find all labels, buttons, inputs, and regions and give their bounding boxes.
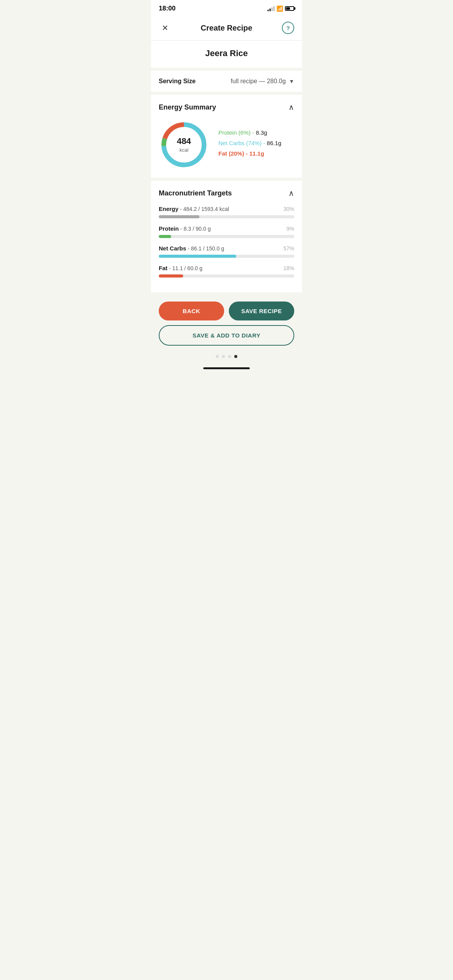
- protein-target-item: Protein - 8.3 / 90.0 g 9%: [159, 225, 294, 238]
- protein-legend-item: Protein (6%) - 8.3g: [218, 129, 294, 136]
- protein-target-label: Protein - 8.3 / 90.0 g: [159, 225, 211, 232]
- protein-target-header: Protein - 8.3 / 90.0 g 9%: [159, 225, 294, 232]
- energy-summary-header: Energy Summary ∧: [159, 103, 294, 112]
- page-dot-3: [228, 355, 231, 358]
- serving-size-section: Serving Size full recipe — 280.0g ▼: [151, 71, 302, 92]
- fat-target-label: Fat - 11.1 / 60.0 g: [159, 265, 202, 271]
- home-indicator: [159, 364, 294, 375]
- protein-progress-bg: [159, 235, 294, 238]
- status-bar: 18:00 📶: [151, 0, 302, 15]
- page-dot-2: [222, 355, 225, 358]
- carbs-progress-fill: [159, 255, 236, 258]
- protein-value: 8.3g: [256, 129, 267, 136]
- fat-target-header: Fat - 11.1 / 60.0 g 18%: [159, 265, 294, 271]
- protein-progress-fill: [159, 235, 171, 238]
- page-dots: [159, 352, 294, 364]
- fat-progress-bg: [159, 274, 294, 278]
- energy-target-label: Energy - 484.2 / 1593.4 kcal: [159, 206, 229, 212]
- fat-target-percent: 18%: [283, 265, 294, 271]
- page-dot-1: [216, 355, 219, 358]
- carbs-label: Net Carbs (74%) -: [218, 140, 267, 146]
- chevron-down-icon: ▼: [289, 78, 294, 84]
- bottom-section: BACK SAVE RECIPE SAVE & ADD TO DIARY: [151, 295, 302, 375]
- energy-summary-title: Energy Summary: [159, 103, 216, 111]
- home-bar: [203, 367, 250, 369]
- serving-size-label: Serving Size: [159, 78, 196, 85]
- carbs-target-item: Net Carbs - 86.1 / 150.0 g 57%: [159, 245, 294, 258]
- protein-target-percent: 9%: [287, 226, 294, 232]
- help-button[interactable]: ?: [282, 22, 294, 34]
- donut-unit: kcal: [179, 147, 188, 153]
- save-recipe-button[interactable]: SAVE RECIPE: [229, 302, 294, 320]
- fat-legend-item: Fat (20%) - 11.1g: [218, 150, 294, 157]
- serving-size-value: full recipe — 280.0g: [231, 78, 286, 85]
- page-title: Create Recipe: [201, 24, 252, 33]
- page-dot-4-active: [234, 355, 237, 358]
- energy-target-percent: 30%: [283, 206, 294, 212]
- donut-kcal-value: 484: [177, 136, 191, 146]
- status-icons: 📶: [268, 5, 294, 12]
- energy-summary-section: Energy Summary ∧ 484 kcal Protein: [151, 95, 302, 178]
- targets-header: Macronutrient Targets ∧: [159, 188, 294, 198]
- energy-target-item: Energy - 484.2 / 1593.4 kcal 30%: [159, 206, 294, 218]
- fat-progress-fill: [159, 274, 183, 278]
- serving-size-selector[interactable]: full recipe — 280.0g ▼: [231, 78, 294, 85]
- recipe-name: Jeera Rice: [159, 48, 294, 58]
- energy-target-header: Energy - 484.2 / 1593.4 kcal 30%: [159, 206, 294, 212]
- energy-progress-bg: [159, 215, 294, 218]
- targets-collapse-icon[interactable]: ∧: [288, 188, 294, 198]
- macronutrient-targets-section: Macronutrient Targets ∧ Energy - 484.2 /…: [151, 181, 302, 292]
- carbs-value: 86.1g: [267, 140, 281, 146]
- donut-center: 484 kcal: [177, 136, 191, 153]
- status-time: 18:00: [159, 5, 175, 12]
- macro-legend: Protein (6%) - 8.3g Net Carbs (74%) - 86…: [218, 129, 294, 161]
- carbs-target-header: Net Carbs - 86.1 / 150.0 g 57%: [159, 245, 294, 252]
- collapse-icon[interactable]: ∧: [288, 103, 294, 112]
- energy-content: 484 kcal Protein (6%) - 8.3g Net Carbs (…: [159, 120, 294, 170]
- protein-label: Protein (6%) -: [218, 129, 256, 136]
- targets-title: Macronutrient Targets: [159, 189, 232, 197]
- fat-label: Fat (20%) - 11.1g: [218, 150, 264, 157]
- carbs-target-percent: 57%: [283, 245, 294, 252]
- donut-chart: 484 kcal: [159, 120, 209, 170]
- save-add-diary-button[interactable]: SAVE & ADD TO DIARY: [159, 325, 294, 346]
- wifi-icon: 📶: [276, 5, 283, 12]
- signal-icon: [268, 6, 275, 11]
- header: ✕ Create Recipe ?: [151, 15, 302, 41]
- carbs-progress-bg: [159, 255, 294, 258]
- carbs-target-label: Net Carbs - 86.1 / 150.0 g: [159, 245, 224, 252]
- carbs-legend-item: Net Carbs (74%) - 86.1g: [218, 140, 294, 146]
- primary-buttons: BACK SAVE RECIPE: [159, 302, 294, 320]
- back-button[interactable]: BACK: [159, 302, 224, 320]
- energy-progress-fill: [159, 215, 199, 218]
- close-button[interactable]: ✕: [159, 22, 171, 34]
- battery-icon: [285, 6, 294, 11]
- help-icon: ?: [286, 25, 290, 31]
- fat-target-item: Fat - 11.1 / 60.0 g 18%: [159, 265, 294, 278]
- recipe-title-section: Jeera Rice: [151, 41, 302, 68]
